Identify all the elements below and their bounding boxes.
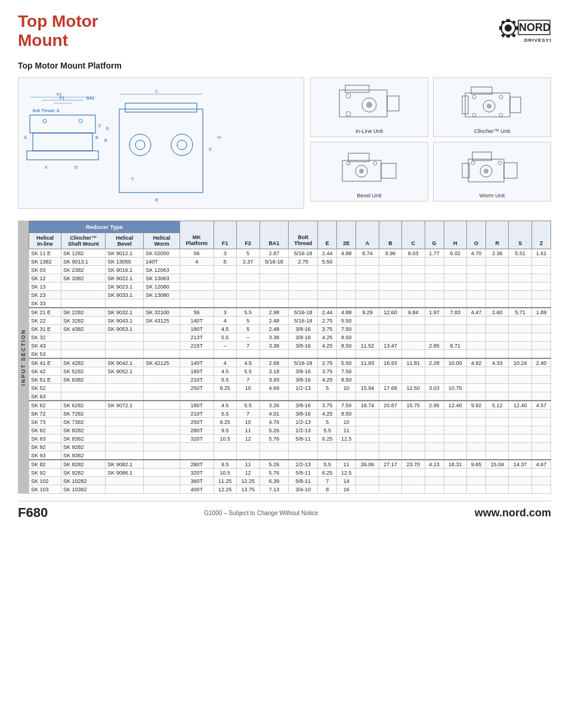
svg-text:B: B — [104, 138, 107, 142]
footer-website: www.nord.com — [475, 507, 551, 519]
helical-worm-header: HelicalWorm — [144, 233, 180, 249]
mk-platform-header: MKPlatform — [180, 221, 214, 249]
svg-rect-63 — [381, 163, 396, 178]
table-row: SK 82SK 8282SK 9082.1280T9.5115.261/2-13… — [29, 460, 551, 469]
bolt-thread-header: BoltThread — [289, 221, 318, 249]
svg-rect-4 — [499, 26, 502, 30]
svg-text:G: G — [24, 135, 27, 140]
svg-point-76 — [498, 161, 502, 165]
inline-svg — [336, 84, 402, 126]
table-row: SK 03SK 2382SK 9016.1SK 12063 — [29, 266, 551, 274]
svg-point-58 — [472, 95, 476, 99]
technical-drawing: F2 F1 BA1 Bolt Thread A G B Z B E X G — [21, 79, 301, 207]
table-row: SK 11 ESK 1282SK 9012.1SK 0205056352.875… — [29, 249, 551, 258]
helical-bevel-header: HelicalBevel — [106, 233, 144, 249]
svg-text:F1: F1 — [60, 96, 64, 100]
table-row: SK 43215T–73.383/8-164.258.5011.5213.472… — [29, 342, 551, 350]
svg-text:X: X — [45, 165, 48, 169]
svg-point-75 — [471, 161, 475, 165]
svg-rect-47 — [345, 85, 369, 92]
svg-rect-8 — [512, 20, 516, 24]
table-row: SK 33 — [29, 299, 551, 308]
svg-text:E: E — [106, 126, 109, 131]
table-row: SK 102SK 10282360T11.2512.256.395/8-1171… — [29, 477, 551, 485]
b-header: B — [379, 221, 401, 249]
section-title: Top Motor Mount Platform — [18, 61, 551, 70]
table-row: SK 93SK 9382 — [29, 451, 551, 460]
svg-text:R: R — [155, 198, 158, 202]
svg-point-1 — [505, 24, 512, 32]
clincher-unit-diagram: Clincher™ Unit — [433, 78, 551, 137]
svg-rect-46 — [387, 96, 399, 111]
inline-unit-diagram: In-Line Unit — [310, 78, 428, 137]
svg-point-49 — [366, 102, 372, 108]
table-row: SK 82SK 8282280T9.5115.261/2-135.511 — [29, 426, 551, 435]
table-row: SK 103SK 10382400T12.2513.757.133/4-1081… — [29, 485, 551, 494]
table-row: SK 21 ESK 2282SK 9032.1SK 321005635.52.9… — [29, 308, 551, 317]
table-section: INPUT SECTION Reducer Type MKPlatform F1… — [18, 221, 551, 494]
svg-rect-70 — [504, 163, 517, 178]
table-row: SK 92SK 9282SK 9086.1320T10.5125.765/8-1… — [29, 469, 551, 477]
table-row: SK 63 — [29, 392, 551, 401]
svg-point-36 — [135, 140, 145, 150]
table-row: SK 13SK 9023.1SK 12080 — [29, 283, 551, 291]
svg-point-68 — [373, 162, 377, 165]
ba1-header: BA1 — [259, 221, 289, 249]
svg-point-38 — [177, 140, 187, 150]
r-header: R — [485, 221, 508, 249]
table-row: SK 73SK 7382250T8.25104.761/2-13510 — [29, 418, 551, 426]
table-row: SK 83SK 8382320T10.5125.765/8-116.2512.5 — [29, 435, 551, 443]
svg-rect-14 — [33, 133, 92, 151]
nord-logo: NORD DRIVESYSTEMS — [497, 12, 551, 45]
e-header: E — [318, 221, 337, 249]
table-row: SK 92SK 9282 — [29, 443, 551, 451]
svg-text:BA1: BA1 — [86, 96, 94, 100]
svg-text:T: T — [131, 177, 134, 181]
nord-logo-svg: NORD DRIVESYSTEMS — [497, 12, 551, 45]
table-row: SK 22SK 3282SK 9043.1SK 43125140T452.485… — [29, 317, 551, 325]
svg-point-67 — [347, 162, 350, 165]
svg-point-59 — [472, 113, 476, 117]
svg-point-61 — [499, 113, 503, 117]
svg-text:C: C — [155, 89, 158, 94]
svg-point-74 — [484, 169, 488, 174]
svg-point-27 — [79, 119, 82, 123]
svg-text:DRIVESYSTEMS: DRIVESYSTEMS — [524, 38, 551, 43]
svg-rect-53 — [510, 97, 521, 113]
svg-text:Bolt Thread: Bolt Thread — [33, 109, 54, 113]
main-diagram: F2 F1 BA1 Bolt Thread A G B Z B E X G — [18, 78, 304, 209]
table-row: SK 12SK 3382SK 9022.1SK 13063 — [29, 274, 551, 283]
specs-table: Reducer Type MKPlatform F1 F2 BA1 BoltTh… — [29, 221, 551, 494]
svg-point-37 — [171, 134, 193, 156]
z-header: Z — [531, 221, 551, 249]
a-header: A — [356, 221, 379, 249]
svg-text:S: S — [209, 147, 212, 151]
table-row: SK 42SK 5282SK 9052.1180T4.55.53.183/8-1… — [29, 367, 551, 376]
s-header: S — [509, 221, 531, 249]
svg-point-50 — [346, 94, 351, 98]
clincher-unit-label: Clincher™ Unit — [474, 128, 511, 134]
table-row: SK 1382SK 9013.1SK 13050140T452.375/16-1… — [29, 258, 551, 266]
svg-point-66 — [359, 169, 364, 174]
bevel-unit-diagram: Bevel Unit — [310, 142, 428, 202]
svg-text:B: B — [95, 135, 98, 140]
c-header: C — [402, 221, 425, 249]
footer-notice: G1000 – Subject to Change Without Notice — [204, 510, 318, 516]
data-table-wrapper: Reducer Type MKPlatform F1 F2 BA1 BoltTh… — [29, 221, 551, 494]
svg-point-35 — [129, 134, 151, 156]
svg-text:A: A — [57, 109, 60, 113]
svg-rect-15 — [30, 115, 95, 133]
bevel-unit-label: Bevel Unit — [357, 193, 381, 199]
inline-unit-label: In-Line Unit — [355, 128, 383, 134]
bevel-svg — [336, 148, 402, 190]
g-header: G — [425, 221, 444, 249]
table-row: SK 23SK 9033.1SK 13080 — [29, 291, 551, 299]
table-row: SK 31 ESK 4382SK 9053.1180T4.552.483/8-1… — [29, 325, 551, 333]
table-row: SK 32213T5.5–3.383/8-164.258.50 — [29, 333, 551, 342]
o-header: O — [467, 221, 486, 249]
svg-text:H: H — [218, 135, 221, 140]
table-row: SK 53 — [29, 350, 551, 359]
svg-rect-34 — [125, 103, 197, 112]
svg-rect-13 — [27, 151, 98, 160]
top-units: In-Line Unit Clincher™ Unit — [310, 78, 551, 137]
